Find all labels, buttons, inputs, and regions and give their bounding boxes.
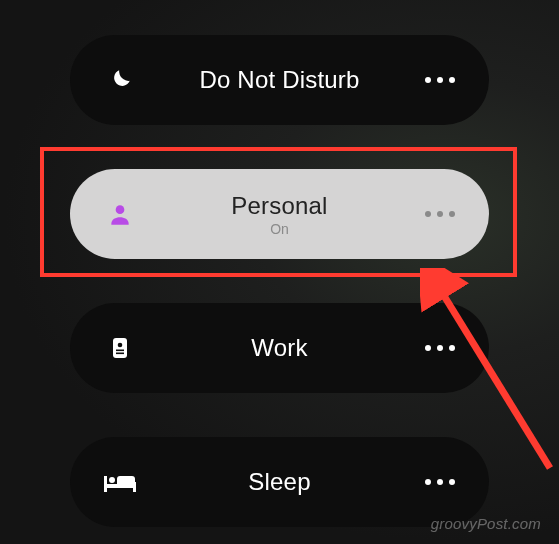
watermark: groovyPost.com	[431, 515, 541, 532]
more-button[interactable]	[425, 479, 455, 485]
svg-point-0	[116, 205, 125, 214]
svg-point-2	[118, 343, 123, 348]
svg-rect-3	[116, 350, 124, 352]
svg-point-8	[109, 477, 115, 483]
focus-label: Do Not Disturb	[199, 66, 359, 94]
focus-item-sleep[interactable]: Sleep	[70, 437, 489, 527]
badge-icon	[104, 332, 136, 364]
focus-label: Sleep	[248, 468, 310, 496]
bed-icon	[104, 466, 136, 498]
more-button[interactable]	[425, 211, 455, 217]
focus-label: Personal	[231, 192, 327, 220]
person-icon	[104, 198, 136, 230]
svg-rect-6	[104, 476, 107, 492]
svg-rect-5	[104, 484, 136, 488]
svg-rect-4	[116, 353, 124, 355]
focus-item-personal[interactable]: Personal On	[70, 169, 489, 259]
focus-label: Work	[251, 334, 307, 362]
more-button[interactable]	[425, 77, 455, 83]
focus-sublabel: On	[270, 221, 289, 237]
focus-item-work[interactable]: Work	[70, 303, 489, 393]
focus-mode-list: Do Not Disturb Personal On	[70, 35, 489, 527]
focus-item-dnd[interactable]: Do Not Disturb	[70, 35, 489, 125]
svg-rect-1	[113, 338, 127, 358]
more-button[interactable]	[425, 345, 455, 351]
moon-icon	[104, 64, 136, 96]
